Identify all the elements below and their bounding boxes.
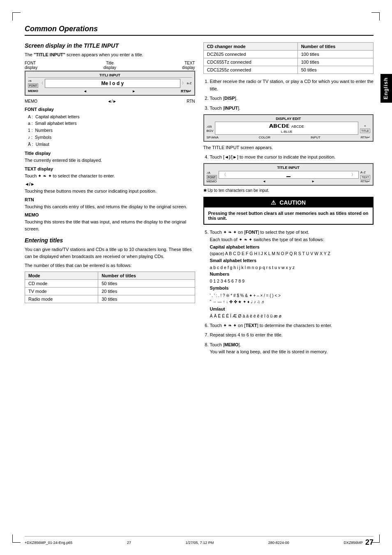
de-right: « TITLE [360, 124, 370, 133]
content-area: Common Operations Screen display in the … [25, 25, 374, 358]
steps5-8-list: Touch ✦ ❧ ✦ on [FONT] to select the type… [203, 229, 374, 356]
step-3: Touch [INPUT]. [210, 105, 374, 112]
font-display-list: A : Capital alphabet letters a : Small a… [28, 113, 195, 148]
titles-tv: 20 titles [98, 287, 195, 295]
page-number: 27 [365, 538, 374, 547]
arrow-header: ◄/► [25, 182, 195, 187]
font-item-A: A : Capital alphabet letters [28, 113, 195, 120]
step-6: Touch ✦ ❧ ✦ on [TEXT] to determine the c… [210, 322, 374, 329]
col-mode: Mode [25, 272, 98, 279]
ti-right: A-Z TEXT [360, 170, 370, 180]
symbols-text: ' . ' : . ! ? ❊ * # $ % & ✦ + – × / = ( … [210, 292, 374, 305]
ti-title-bar: TITLE INPUT [207, 166, 371, 170]
mode-radio: Radio mode [25, 295, 98, 303]
footer: +DXZ856MP_01-24-Eng.p65 27 1/27/05, 7:12… [25, 536, 374, 547]
title-display-label: Titledisplay [104, 61, 116, 70]
table-row: CD mode 50 titles [25, 279, 195, 287]
step-5: Touch ✦ ❧ ✦ on [FONT] to select the type… [210, 229, 374, 319]
de-rtn: RTN↵ [361, 136, 370, 139]
caution-header: ⚠ CAUTION [204, 198, 373, 207]
de-subtext: L-BLUE [281, 130, 293, 134]
cd-mode-3: CDC1255z connected [203, 66, 297, 74]
font-item-uml: Ä : Umlaut [28, 141, 195, 148]
table-row: CDC1255z connected 50 titles [203, 66, 374, 74]
font-display-header: FONT display [25, 107, 195, 112]
ti-rtn: RTN↵ [361, 180, 370, 183]
section2-title: Entering titles [25, 237, 195, 244]
crop-mark [379, 534, 380, 543]
ti-main: ♪A FONT 〈 〉 A-Z TEXT [207, 170, 371, 180]
arrow-desc: Touching these buttons moves the cursor … [25, 188, 195, 195]
de-main: 𝗔𝗕𝗖𝗗𝗘 ABCDE L-BLUE [215, 122, 358, 135]
footer-date: 1/27/05, 7:12 PM [186, 541, 214, 545]
screen-title-bar: TITLI INPUT [28, 73, 192, 78]
ti-cursor [286, 172, 291, 177]
input-note: Up to ten characters can be input. [203, 188, 374, 193]
memo-header: MEMO [25, 212, 195, 217]
col-cd-titles: Number of titles [297, 43, 373, 51]
ti-font-btn: FONT [207, 175, 217, 180]
de-back-arrow: « [364, 124, 366, 128]
left-arrow-screen: 〈 [40, 81, 43, 85]
step4-list: Touch [◄]/[►] to move the cursor to indi… [203, 154, 374, 161]
caution-body: Pressing the reset button clears all use… [204, 207, 373, 224]
de-bottom: SP/ANA COLOR INPUT RTN↵ [207, 136, 371, 139]
caution-text: Pressing the reset button clears all use… [208, 211, 369, 221]
de-title-btn: TITLE [360, 129, 370, 133]
step-2: Touch [DISP]. [210, 95, 374, 102]
memo-desc: Touching this stores the title that was … [25, 219, 195, 232]
table-row: CDC655Tz connected 100 titles [203, 58, 374, 66]
de-input: INPUT [311, 136, 321, 139]
footer-code: 280-8224-00 [268, 541, 289, 545]
title-input-screen-2: TITLE INPUT ♪A FONT 〈 〉 A-Z [203, 163, 374, 186]
titles-table: Mode Number of titles CD mode 50 titles … [25, 272, 195, 303]
title-display-desc: The currently entered title is displayed… [25, 157, 195, 164]
title-display-header: Title display [25, 151, 195, 156]
step-4: Touch [◄]/[►] to move the cursor to indi… [210, 154, 374, 161]
font-icon: ♪a [28, 79, 38, 83]
cd-mode-2: CDC655Tz connected [203, 58, 297, 66]
font-item-a: a : Small alphabet letters [28, 120, 195, 127]
step-7: Repeat steps 4 to 6 to enter the title. [210, 332, 374, 339]
crop-mark [12, 12, 21, 13]
section1-intro: The "TITLE INPUT" screen appears when yo… [25, 51, 195, 58]
col-cd-mode: CD changer mode [203, 43, 297, 51]
display-labels-row: FONTdisplay Titledisplay TEXTdisplay [25, 61, 195, 70]
steps-list: Either receive the radio or TV station, … [203, 78, 374, 112]
section2-intro2: The number of titles that can be entered… [25, 262, 195, 269]
page-id: DXZ856MP [344, 541, 363, 545]
caution-triangle-icon: ⚠ [271, 199, 276, 206]
crop-mark [12, 12, 13, 21]
font-display-label: FONTdisplay [25, 61, 37, 70]
screen-appears-text: The TITLE INPUT screen appears. [203, 144, 374, 151]
titles-cd: 50 titles [98, 279, 195, 287]
screen-buttons: MEMO ◄ ► RTN↵ [28, 89, 192, 93]
small-letters: a b c d e f g h i j k l m n o p q r s t … [210, 265, 374, 271]
screen-right-icons: a-Z [187, 81, 192, 85]
ti-bottom: MEMO ◄ ► RTN↵ [207, 180, 371, 183]
text-display-label: TEXTdisplay [182, 61, 195, 70]
cd-titles-1: 100 titles [297, 51, 373, 58]
cd-mode-1: DCZ625 connected [203, 51, 297, 58]
umlaut-text: À Ä Ë É Ê Î Æ Ø à ä ë é ê ë î ö ü æ ø [210, 313, 374, 320]
screen-left-icons: ♪a FONT [28, 79, 38, 88]
right-column: CD changer mode Number of titles DCZ625 … [203, 42, 374, 358]
de-num: ♪05 [207, 125, 214, 129]
ti-left: ♪A FONT [207, 171, 217, 180]
back-btn-screen: ◄ [83, 89, 87, 93]
col-num-titles: Number of titles [98, 272, 195, 279]
page-container: English Common Operations Screen display… [0, 0, 392, 555]
crop-mark [12, 542, 21, 543]
section1-title: Screen display in the TITLE INPUT [25, 42, 195, 49]
numbers-text: 0 1 2 3 4 5 6 7 8 9 [210, 278, 374, 285]
font-btn-screen: FONT [28, 83, 38, 88]
text-display-header: TEXT display [25, 166, 195, 171]
display-edit-screen: DISPLAY EDIT ♪05 BGV 𝗔𝗕𝗖𝗗𝗘 ABCDE L-BLUE … [203, 114, 374, 142]
de-color: COLOR [259, 136, 270, 139]
cd-titles-3: 50 titles [297, 66, 373, 74]
ti-icon: ♪A [207, 171, 217, 175]
crop-mark [371, 12, 380, 13]
de-title-bar: DISPLAY EDIT [207, 117, 371, 121]
de-bgv: BGV [207, 129, 214, 133]
ti-fwd: ► [311, 180, 315, 183]
